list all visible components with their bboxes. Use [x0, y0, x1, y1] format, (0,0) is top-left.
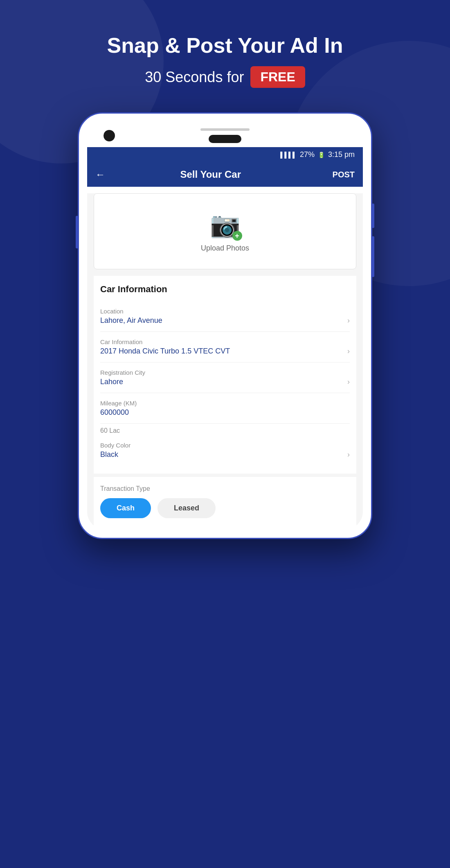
upload-section[interactable]: 📷 + Upload Photos: [94, 193, 356, 269]
free-badge: FREE: [250, 66, 305, 88]
registration-city-value: Lahore ›: [100, 378, 350, 386]
registration-city-row[interactable]: Registration City Lahore ›: [100, 362, 350, 393]
mileage-label: Mileage (KM): [100, 400, 350, 407]
mileage-row[interactable]: Mileage (KM) 6000000: [100, 393, 350, 424]
location-row[interactable]: Location Lahore, Air Avenue ›: [100, 301, 350, 332]
camera-icon-wrapper: 📷 +: [210, 210, 241, 239]
app-header: ← Sell Your Car POST: [87, 162, 363, 187]
speaker-bar: [200, 128, 250, 131]
signal-icon: ▌▌▌▌: [280, 152, 297, 158]
car-info-chevron-icon: ›: [347, 347, 350, 356]
status-time: 3:15 pm: [328, 150, 355, 159]
body-color-label: Body Color: [100, 442, 350, 449]
leased-button[interactable]: Leased: [158, 498, 216, 518]
body-color-row[interactable]: Body Color Black ›: [100, 435, 350, 465]
location-chevron-icon: ›: [347, 316, 350, 325]
car-information-label: Car Information: [100, 338, 350, 345]
back-button[interactable]: ←: [95, 169, 105, 180]
section-title: Car Information: [100, 284, 350, 295]
price-label: 60 Lac: [100, 424, 350, 434]
body-color-chevron-icon: ›: [347, 450, 350, 459]
battery-icon: 🔋: [318, 152, 325, 158]
status-bar: ▌▌▌▌ 27% 🔋 3:15 pm: [87, 147, 363, 162]
subheadline-prefix: 30 Seconds for: [145, 69, 244, 86]
car-information-value: 2017 Honda Civic Turbo 1.5 VTEC CVT ›: [100, 347, 350, 356]
registration-city-label: Registration City: [100, 369, 350, 376]
body-color-value: Black ›: [100, 450, 350, 459]
transaction-type-label: Transaction Type: [100, 485, 350, 492]
headline: Snap & Post Your Ad In: [0, 33, 450, 58]
car-information-row[interactable]: Car Information 2017 Honda Civic Turbo 1…: [100, 332, 350, 362]
location-label: Location: [100, 308, 350, 315]
reg-city-chevron-icon: ›: [347, 378, 350, 386]
post-button[interactable]: POST: [333, 170, 355, 179]
transaction-buttons: Cash Leased: [100, 498, 350, 518]
plus-circle-icon: +: [232, 231, 242, 241]
home-button[interactable]: [209, 135, 241, 143]
battery-percent: 27%: [300, 150, 315, 159]
car-info-section: Car Information Location Lahore, Air Ave…: [94, 276, 356, 474]
cash-button[interactable]: Cash: [100, 498, 151, 518]
mileage-value: 6000000: [100, 408, 350, 417]
upload-photos-label: Upload Photos: [201, 244, 249, 253]
app-title: Sell Your Car: [113, 169, 308, 180]
location-value: Lahore, Air Avenue ›: [100, 316, 350, 325]
transaction-section: Transaction Type Cash Leased: [94, 477, 356, 526]
phone-camera: [104, 130, 115, 141]
